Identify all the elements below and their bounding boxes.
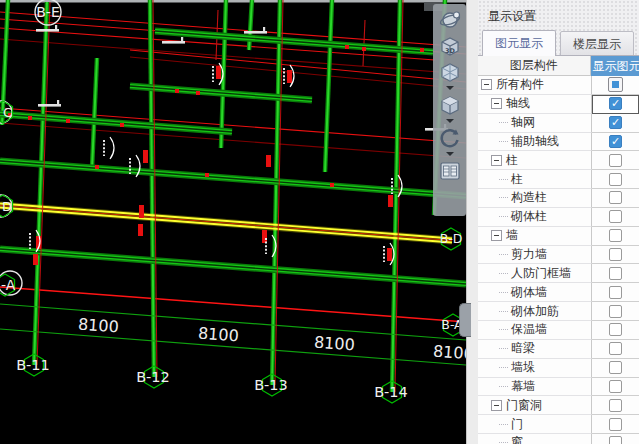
tree-row: 辅助轴线 (478, 133, 639, 152)
visibility-checkbox[interactable] (609, 154, 622, 167)
tree-label[interactable]: 砌体柱 (511, 208, 547, 225)
tree-label[interactable]: 构造柱 (511, 189, 547, 206)
visibility-checkbox[interactable] (609, 305, 622, 318)
axis-bubble-be: B-E (36, 4, 60, 20)
tree-row: 墙 (478, 227, 639, 246)
tree-label[interactable]: 轴网 (511, 114, 535, 131)
tree-expander[interactable] (491, 400, 502, 411)
tree-row: 柱 (478, 170, 639, 189)
tree-connector (499, 424, 508, 425)
visibility-checkbox[interactable] (609, 399, 622, 412)
tree-connector (499, 141, 508, 142)
tree-label[interactable]: 暗梁 (511, 340, 535, 357)
tree-label[interactable]: 辅助轴线 (511, 133, 559, 150)
tree-row: 保温墙 (478, 321, 639, 340)
tree-connector (499, 311, 508, 312)
cad-canvas[interactable]: B-E C D -A B-D B-A B-11 B-12 B-13 B-14 8… (0, 0, 466, 444)
visibility-checkbox[interactable] (609, 191, 622, 204)
tree-row: 门 (478, 415, 639, 434)
tree-expander[interactable] (491, 230, 502, 241)
visibility-checkbox[interactable] (609, 248, 622, 261)
tree-expander[interactable] (491, 155, 502, 166)
dimension-text: 8100 (197, 324, 239, 346)
visibility-checkbox[interactable] (609, 116, 622, 129)
table-header: 图层构件 显示图元 (478, 56, 639, 76)
visibility-checkbox[interactable] (609, 267, 622, 280)
column-bubble-b12: B-12 (136, 369, 170, 385)
column-bubble-b11: B-11 (16, 357, 50, 373)
visibility-checkbox[interactable] (609, 436, 622, 444)
tree-connector (499, 254, 508, 255)
visibility-checkbox[interactable] (609, 361, 622, 374)
drawing-sheet-icon[interactable] (437, 158, 463, 184)
dropdown-arrow-icon[interactable] (446, 152, 454, 156)
tree-row: 构造柱 (478, 189, 639, 208)
tree-connector (499, 329, 508, 330)
tree-row: 幕墙 (478, 378, 639, 397)
visibility-checkbox[interactable] (609, 380, 622, 393)
tab-element-display[interactable]: 图元显示 (482, 30, 556, 56)
component-tree: 所有构件轴线轴网辅助轴线柱柱构造柱砌体柱墙剪力墙人防门框墙砌体墙砌体加筋保温墙暗… (478, 76, 639, 444)
axis-bubble-c: C (3, 105, 12, 120)
visibility-checkbox[interactable] (609, 229, 622, 242)
view-solid-icon[interactable] (437, 92, 463, 118)
tree-expander[interactable] (481, 79, 492, 90)
tree-label[interactable]: 保温墙 (511, 321, 547, 338)
dimension-text: 8100 (432, 342, 466, 364)
panel-collapse-handle[interactable] (459, 303, 471, 337)
tree-expander[interactable] (491, 98, 502, 109)
tree-label[interactable]: 墙 (506, 227, 518, 244)
visibility-checkbox[interactable] (608, 77, 623, 92)
tree-label[interactable]: 人防门框墙 (511, 265, 571, 282)
tree-row: 所有构件 (478, 76, 639, 95)
tree-label[interactable]: 所有构件 (496, 76, 544, 93)
visibility-checkbox[interactable] (609, 210, 622, 223)
tree-label[interactable]: 砌体加筋 (511, 303, 559, 320)
tree-row: 窗 (478, 434, 639, 444)
view-wireframe-icon[interactable] (437, 59, 463, 85)
dimension-text: 8100 (77, 315, 119, 337)
visibility-checkbox[interactable] (609, 97, 622, 110)
tree-connector (499, 273, 508, 274)
rotate-view-icon[interactable] (437, 125, 463, 151)
column-header-show-element: 显示图元 (591, 56, 639, 76)
tree-connector (499, 348, 508, 349)
tree-connector (499, 179, 508, 180)
tree-row: 砌体加筋 (478, 302, 639, 321)
canvas-top-edge (0, 0, 466, 3)
dropdown-arrow-icon[interactable] (446, 119, 454, 123)
view-toolbar: 3D (433, 4, 466, 216)
cube-3d-icon[interactable]: 3D (437, 33, 463, 59)
display-settings-panel: 显示设置 图元显示 楼层显示 图层构件 显示图元 所有构件轴线轴网辅助轴线柱柱构… (478, 0, 639, 444)
visibility-checkbox[interactable] (609, 135, 622, 148)
column-bubble-b13: B-13 (254, 377, 288, 393)
tree-row: 砌体柱 (478, 208, 639, 227)
dimension-text: 8100 (313, 333, 355, 355)
tree-label[interactable]: 砌体墙 (511, 284, 547, 301)
tree-connector (499, 442, 508, 443)
tree-label[interactable]: 门 (511, 416, 523, 433)
tree-row: 人防门框墙 (478, 264, 639, 283)
visibility-checkbox[interactable] (609, 286, 622, 299)
tree-row: 暗梁 (478, 340, 639, 359)
panel-splitter[interactable] (466, 0, 478, 444)
tree-label[interactable]: 窗 (511, 434, 523, 444)
visibility-checkbox[interactable] (609, 418, 622, 431)
tree-label[interactable]: 墙垛 (511, 359, 535, 376)
tree-label[interactable]: 柱 (506, 152, 518, 169)
dropdown-arrow-icon[interactable] (446, 86, 454, 90)
tree-connector (499, 122, 508, 123)
tree-connector (499, 216, 508, 217)
tree-label[interactable]: 剪力墙 (511, 246, 547, 263)
selected-beam[interactable] (0, 204, 452, 243)
orbit-icon[interactable] (437, 7, 463, 33)
tree-row: 剪力墙 (478, 246, 639, 265)
visibility-checkbox[interactable] (609, 323, 622, 336)
visibility-checkbox[interactable] (609, 173, 622, 186)
tab-floor-display[interactable]: 楼层显示 (560, 31, 634, 56)
tree-label[interactable]: 幕墙 (511, 378, 535, 395)
tree-label[interactable]: 柱 (511, 171, 523, 188)
tree-label[interactable]: 轴线 (506, 95, 530, 112)
visibility-checkbox[interactable] (609, 342, 622, 355)
tree-label[interactable]: 门窗洞 (506, 397, 542, 414)
